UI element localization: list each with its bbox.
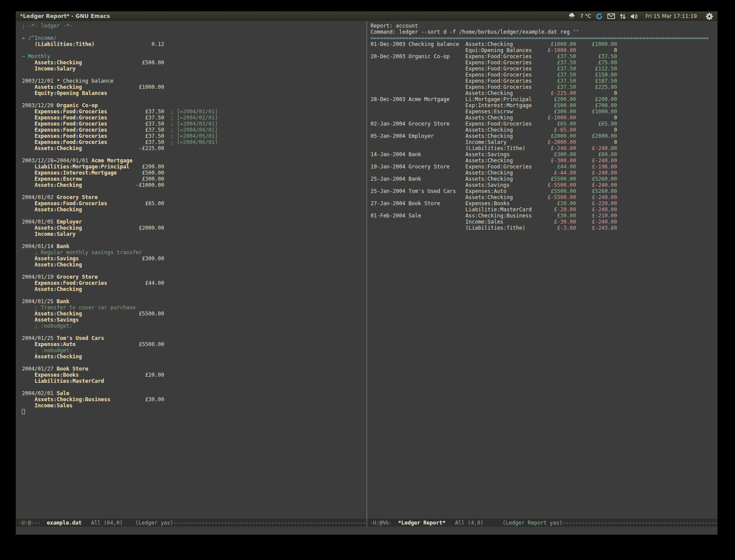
ledger-line [22,151,367,158]
ledger-line: 2003/12/01 * Checking balance [22,78,367,84]
ledger-line: 2004/02/01 Sale [22,390,367,396]
modeline-right-buffer-name: *Ledger Report* [398,520,445,526]
ledger-line: Expenses:Food:Groceries £37.50 ; [=2004/… [22,127,367,133]
modeline-right-position: All (4,0) [445,520,502,526]
report-row: Assets:Checking £-5500.00 £-240.00 [371,194,718,200]
report-separator-line: ========================================… [371,35,718,41]
emacs-windows: ; -*- ledger -*-= /^Income/ (Liabilities… [16,21,718,527]
modeline-right-prefix: -U:@%%- [370,520,398,526]
report-row: Income:Salary £-2000.00 0 [371,139,718,145]
report-row: (Liabilities:Tithe) £-240.00 £-240.00 [371,145,718,151]
ledger-line: Expenses:Escrow £300.00 [22,176,367,182]
report-row: Expens:Food:Groceries £37.50 £187.50 [371,78,718,84]
report-row: Expenses:Escrow £300.00 £1000.00 [371,108,718,115]
report-row: Assets:Checking £-1000.00 0 [371,115,718,121]
ledger-line: Assets:Savings [22,317,367,323]
report-row: Liabilitie:MasterCard £-20.00 £-240.00 [371,206,718,213]
system-tray: 7 °C [568,13,713,20]
ledger-line: Assets:Checking [22,354,367,360]
modeline-left-position: All (64,0) [82,520,136,526]
ledger-line: ; -*- ledger -*- [22,23,367,29]
modeline-left-modes: (Ledger yas) [135,520,173,526]
ledger-line: Liabilities:Mortgage:Principal £200.00 [22,164,367,170]
report-row: 01-Feb-2004 Sale Ass:Checking:Business £… [371,213,718,219]
ledger-line [22,213,367,219]
left-buffer[interactable]: ; -*- ledger -*-= /^Income/ (Liabilities… [16,21,367,519]
modeline-left-dashes: ----------------------------------------… [173,520,367,526]
ledger-line [22,47,367,53]
report-row: Income:Sales £-30.00 £-240.00 [371,219,718,225]
report-title-line: Report: account [371,23,718,29]
ledger-line [22,29,367,35]
ledger-line: Expenses:Books £20.00 [22,372,367,378]
report-row: 25-Jan-2004 Tom's Used Cars Expenses:Aut… [371,188,718,194]
ledger-line: 2004/01/02 Grocery Store [22,194,367,200]
report-row: Equi:Opening Balances £-1000.00 0 [371,47,718,53]
report-command-line: Command: ledger --sort d -f /home/borbus… [371,29,718,35]
top-panel: *Ledger Report* - GNU Emacs 7 °C [16,11,718,21]
report-row: 14-Jan-2004 Bank Assets:Savings £300.00 … [371,151,718,158]
report-row: 01-Dec-2003 Checking balance Assets:Chec… [371,41,718,47]
ledger-line: ; :nobudget: [22,347,367,354]
ledger-line [22,384,367,390]
report-row: Expens:Food:Groceries £37.50 £75.00 [371,60,718,66]
report-row: 27-Jan-2004 Book Store Expenses:Books £2… [371,200,718,206]
ledger-line: Expenses:Interest:Mortgage £500.00 [22,170,367,176]
ledger-line: Equity:Opening Balances [22,90,367,96]
report-row: 25-Jan-2004 Bank Assets:Checking £5500.0… [371,176,718,182]
ledger-line [22,292,367,298]
network-arrows-icon[interactable] [620,13,626,20]
report-row: Assets:Checking £-300.00 £-240.00 [371,158,718,164]
refresh-icon[interactable] [595,13,603,20]
weather-rain-icon[interactable] [568,13,576,20]
ledger-line: (Liabilities:Tithe) 0.12 [22,41,367,47]
report-row: 19-Jan-2004 Grocery Store Expens:Food:Gr… [371,164,718,170]
ledger-line: 2004/01/25 Tom's Used Cars [22,335,367,341]
ledger-line: ; Regular monthly savings transfer [22,249,367,256]
ledger-line [22,237,367,243]
left-window: ; -*- ledger -*-= /^Income/ (Liabilities… [16,21,367,527]
report-row: (Liabilities:Tithe) £-3.60 £-243.60 [371,225,718,231]
right-buffer[interactable]: Report: account Command: ledger --sort d… [367,21,718,519]
modeline-right-dashes: ----------------------------------------… [563,520,718,526]
ledger-line: 2004/01/14 Bank [22,243,367,249]
report-row: Expens:Food:Groceries £37.50 £112.50 [371,66,718,72]
volume-icon[interactable] [630,13,638,20]
ledger-line: Assets:Checking £1000.00 [22,84,367,90]
gear-power-icon[interactable] [706,13,713,20]
report-rows: 01-Dec-2003 Checking balance Assets:Chec… [371,41,718,231]
modeline-right[interactable]: -U:@%%- *Ledger Report* All (4,0) (Ledge… [367,519,718,527]
ledger-line: 2004/01/19 Grocery Store [22,274,367,280]
mail-icon[interactable] [607,13,615,19]
ledger-line: ~ Monthly [22,53,367,60]
ledger-line: Expenses:Auto £5500.00 [22,341,367,347]
report-row: 28-Dec-2003 Acme Mortgage Li:Mortgage:Pr… [371,96,718,102]
text-cursor [22,409,25,414]
screen-content: *Ledger Report* - GNU Emacs 7 °C [16,11,718,535]
report-row: Assets:Savings £-5500.00 £-240.00 [371,182,718,188]
ledger-line: Income:Sales [22,402,367,409]
report-row: 05-Jan-2004 Employer Assets:Checking £20… [371,133,718,139]
ledger-line: Liabilities:MasterCard [22,378,367,384]
ledger-line: 2003/12/28=2004/01/01 Acme Mortgage [22,158,367,164]
clock-label[interactable]: Fri 15 Mar 17:11:19 [645,13,697,19]
ledger-line: Assets:Checking [22,206,367,213]
ledger-line [22,360,367,366]
ledger-line: = /^Income/ [22,35,367,41]
ledger-line: Income:Salary [22,66,367,72]
temperature-label[interactable]: 7 °C [580,13,592,19]
ledger-line: 2004/01/27 Book Store [22,366,367,372]
ledger-line: Expenses:Food:Groceries £37.50 ; [=2004/… [22,115,367,121]
minibuffer[interactable] [16,527,718,535]
ledger-line: Assets:Checking [22,262,367,268]
modeline-left-buffer-name: example.dat [47,520,81,526]
window-title: *Ledger Report* - GNU Emacs [20,13,110,19]
ledger-line: Assets:Checking [22,286,367,292]
ledger-line: Assets:Checking -£1000.00 [22,182,367,188]
ledger-line: Assets:Checking -£225.00 [22,145,367,151]
report-row: Assets:Checking £-65.00 0 [371,127,718,133]
report-row: Expens:Food:Groceries £37.50 £150.00 [371,72,718,78]
right-window: Report: account Command: ledger --sort d… [367,21,718,527]
ledger-line: Assets:Savings £300.00 [22,256,367,262]
modeline-left[interactable]: -U:@--- example.dat All (64,0) (Ledger y… [16,519,367,527]
